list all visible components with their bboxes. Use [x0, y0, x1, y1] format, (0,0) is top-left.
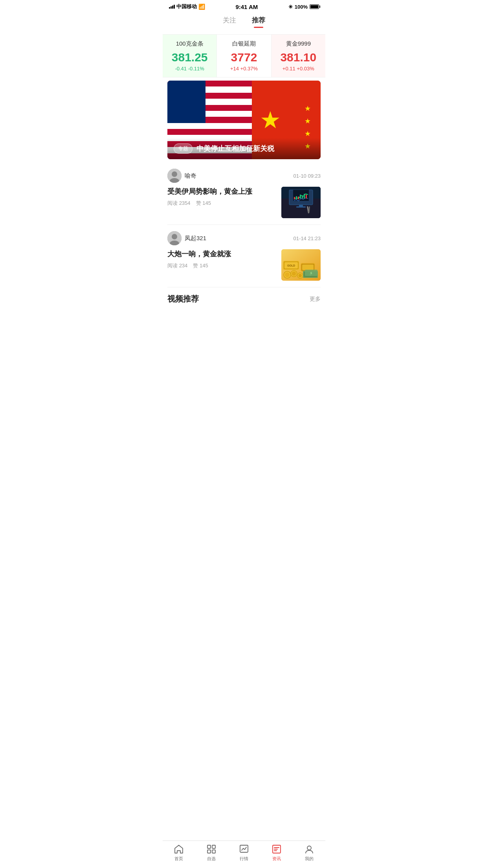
market-card-change-2: +0.11 +0.03%: [275, 66, 321, 72]
market-card-silver[interactable]: 白银延期 3772 +14 +0.37%: [217, 35, 271, 77]
article-thumb-0: [281, 187, 321, 218]
article-title-0: 受美伊局势影响，黄金上涨: [167, 187, 277, 197]
cn-star-small-icon: ★: [305, 104, 311, 113]
svg-rect-9: [298, 197, 299, 199]
svg-rect-12: [304, 194, 305, 199]
tab-recommend[interactable]: 推荐: [252, 16, 265, 28]
svg-rect-15: [296, 206, 306, 208]
svg-point-19: [172, 234, 177, 239]
content-tabs: 关注 推荐: [163, 12, 325, 28]
market-card-change-1: +14 +0.37%: [221, 66, 267, 72]
svg-rect-7: [294, 197, 295, 199]
svg-rect-13: [306, 195, 307, 199]
svg-point-28: [285, 272, 290, 277]
video-more-link[interactable]: 更多: [310, 296, 321, 303]
market-card-name-2: 黄金9999: [275, 40, 321, 48]
author-name-1: 凤起321: [185, 235, 206, 242]
article-stats-0: 阅读 2354 赞 145: [167, 200, 277, 207]
svg-rect-26: [302, 265, 314, 270]
article-item-1[interactable]: 凤起321 01-14 21:23 大炮一响，黄金就涨 阅读 234 赞 145: [167, 225, 321, 287]
cn-star-small-icon: ★: [305, 129, 311, 138]
market-card-price-1: 3772: [221, 51, 267, 64]
market-card-name-1: 白银延期: [221, 40, 267, 48]
article-list: 喻奇 01-10 09:23 受美伊局势影响，黄金上涨 阅读 2354 赞 14…: [163, 162, 325, 287]
author-name-0: 喻奇: [185, 172, 196, 180]
battery-pct: 100%: [295, 4, 308, 10]
signal-icon: [169, 5, 175, 9]
banner[interactable]: ★ ★ ★ ★ ★ 专题 中美停止互相加征新关税: [167, 81, 321, 159]
carrier-label: 中国移动: [176, 3, 197, 10]
article-author-0: 喻奇: [167, 169, 196, 183]
svg-text:$: $: [310, 271, 312, 275]
article-thumb-1: GOLD $: [281, 249, 321, 281]
market-card-gold-bar[interactable]: 100克金条 381.25 -0.41 -0.11%: [163, 35, 217, 77]
tab-follow[interactable]: 关注: [223, 16, 236, 28]
svg-rect-14: [299, 205, 303, 206]
market-card-price-2: 381.10: [275, 51, 321, 64]
market-card-price-0: 381.25: [167, 51, 213, 64]
video-section: 视频推荐 更多: [163, 287, 325, 312]
market-cards: 100克金条 381.25 -0.41 -0.11% 白银延期 3772 +14…: [163, 34, 325, 77]
svg-point-1: [172, 171, 177, 177]
market-card-name-0: 100克金条: [167, 40, 213, 48]
avatar-0: [167, 169, 182, 183]
article-item-0[interactable]: 喻奇 01-10 09:23 受美伊局势影响，黄金上涨 阅读 2354 赞 14…: [167, 162, 321, 225]
article-stats-1: 阅读 234 赞 145: [167, 262, 277, 269]
banner-tag: 专题: [174, 143, 193, 154]
svg-point-32: [299, 274, 302, 278]
status-bar: 中国移动 📶 9:41 AM ✳ 100%: [163, 0, 325, 12]
market-card-gold-9999[interactable]: 黄金9999 381.10 +0.11 +0.03%: [272, 35, 325, 77]
article-time-0: 01-10 09:23: [294, 173, 321, 179]
svg-rect-11: [302, 195, 303, 199]
clock: 9:41 AM: [235, 4, 258, 10]
banner-title: 中美停止互相加征新关税: [196, 144, 274, 153]
svg-point-30: [292, 272, 296, 276]
wifi-icon: 📶: [198, 4, 205, 10]
svg-rect-8: [296, 196, 297, 199]
avatar-1: [167, 231, 182, 245]
article-time-1: 01-14 21:23: [294, 235, 321, 241]
article-author-1: 凤起321: [167, 231, 206, 245]
video-section-title: 视频推荐: [167, 294, 199, 304]
battery-icon: [310, 4, 319, 9]
article-title-1: 大炮一响，黄金就涨: [167, 249, 277, 259]
bluetooth-icon: ✳: [288, 4, 293, 10]
market-card-change-0: -0.41 -0.11%: [167, 66, 213, 72]
cn-star-large-icon: ★: [260, 106, 281, 134]
svg-rect-10: [300, 195, 301, 199]
svg-text:GOLD: GOLD: [287, 264, 295, 267]
cn-star-small-icon: ★: [305, 117, 311, 125]
